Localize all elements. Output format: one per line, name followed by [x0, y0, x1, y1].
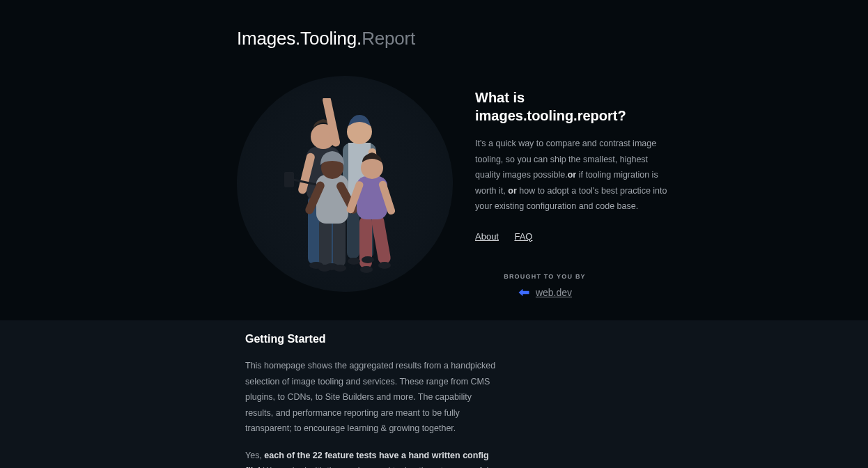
webdev-link[interactable]: web.dev [475, 287, 614, 298]
getting-started-p1: This homepage shows the aggregated resul… [245, 358, 496, 437]
webdev-label: web.dev [536, 287, 572, 298]
brought-label: BROUGHT TO YOU BY [475, 273, 614, 280]
brand-part-report: Report [362, 28, 415, 49]
hero-section: Images.Tooling.Report [0, 0, 868, 320]
svg-rect-14 [319, 218, 332, 267]
faq-link[interactable]: FAQ [514, 231, 532, 242]
svg-point-30 [318, 265, 331, 272]
svg-point-31 [334, 265, 346, 272]
svg-point-32 [360, 266, 373, 273]
svg-rect-7 [284, 172, 294, 187]
svg-point-29 [362, 256, 374, 263]
what-is-panel: What is images.tooling.report? It's a qu… [475, 69, 669, 298]
about-link[interactable]: About [475, 231, 499, 242]
brand-title: Images.Tooling.Report [237, 28, 669, 49]
svg-rect-15 [333, 218, 346, 267]
getting-started-heading: Getting Started [245, 333, 627, 345]
webdev-icon [518, 288, 530, 297]
brand-part-images: Images. [237, 28, 300, 49]
getting-started-p2: Yes, each of the 22 feature tests have a… [245, 448, 496, 469]
svg-point-28 [348, 258, 360, 265]
hero-illustration [237, 69, 453, 292]
hero-links: About FAQ [475, 230, 669, 242]
what-is-heading: What is images.tooling.report? [475, 88, 669, 125]
brought-to-you-by: BROUGHT TO YOU BY web.dev [475, 273, 614, 298]
svg-point-33 [378, 262, 391, 269]
what-is-paragraph: It's a quick way to compare and contrast… [475, 136, 669, 214]
people-selfie-illustration [279, 98, 411, 286]
brand-part-tooling: Tooling. [300, 28, 362, 49]
svg-rect-21 [371, 214, 392, 265]
getting-started-section: Getting Started This homepage shows the … [0, 320, 868, 468]
